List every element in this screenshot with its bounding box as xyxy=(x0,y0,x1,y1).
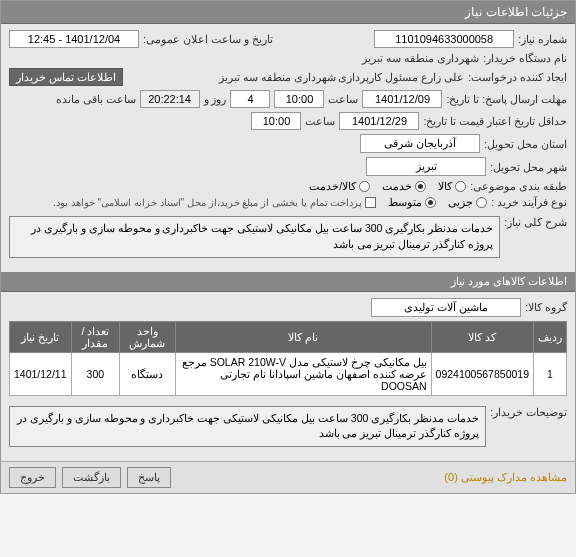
th-unit: واحد شمارش xyxy=(120,321,176,352)
cell-code: 0924100567850019 xyxy=(431,352,533,395)
radio-goods-label: کالا xyxy=(438,180,452,192)
attachments-link[interactable]: مشاهده مدارک پیوستی (0) xyxy=(444,471,567,484)
goods-table: ردیف کد کالا نام کالا واحد شمارش تعداد /… xyxy=(9,321,567,396)
radio-service[interactable] xyxy=(415,181,426,192)
radio-medium[interactable] xyxy=(425,197,436,208)
reply-deadline-label: مهلت ارسال پاسخ: تا تاریخ: xyxy=(446,93,567,105)
need-no-label: شماره نیاز: xyxy=(518,33,567,45)
validity-date: 1401/12/29 xyxy=(339,112,419,130)
th-idx: ردیف xyxy=(534,321,567,352)
cell-unit: دستگاه xyxy=(120,352,176,395)
buyer-notes-box: خدمات مدنظر بکارگیری 300 ساعت بیل مکانیک… xyxy=(9,406,486,448)
main-panel: جزئیات اطلاعات نیاز شماره نیاز: 11010946… xyxy=(0,0,576,494)
table-header-row: ردیف کد کالا نام کالا واحد شمارش تعداد /… xyxy=(10,321,567,352)
announce-value: 1401/12/04 - 12:45 xyxy=(9,30,139,48)
radio-both-label: کالا/خدمت xyxy=(309,180,356,192)
radio-medium-label: متوسط xyxy=(388,196,422,208)
reply-time: 10:00 xyxy=(274,90,324,108)
th-qty: تعداد / مقدار xyxy=(71,321,120,352)
validity-time: 10:00 xyxy=(251,112,301,130)
province-label: استان محل تحویل: xyxy=(484,138,567,150)
category-label: طبقه بندی موضوعی: xyxy=(470,180,567,192)
radio-service-label: خدمت xyxy=(382,180,412,192)
footer-bar: مشاهده مدارک پیوستی (0) پاسخ بازگشت خروج xyxy=(1,461,575,493)
cell-date: 1401/12/11 xyxy=(10,352,72,395)
cell-idx: 1 xyxy=(534,352,567,395)
table-row: 1 0924100567850019 بیل مکانیکی چرخ لاستی… xyxy=(10,352,567,395)
goods-header: اطلاعات کالاهای مورد نیاز xyxy=(1,272,575,292)
radio-both[interactable] xyxy=(359,181,370,192)
form-area: شماره نیاز: 1101094633000058 تاریخ و ساع… xyxy=(1,24,575,272)
days-value: 4 xyxy=(230,90,270,108)
panel-header: جزئیات اطلاعات نیاز xyxy=(1,1,575,24)
process-label: نوع فرآیند خرید : xyxy=(491,196,567,208)
checkbox-treasury[interactable] xyxy=(365,197,376,208)
desc-label: شرح کلی نیاز: xyxy=(504,212,567,228)
cell-name: بیل مکانیکی چرخ لاستیکی مدل SOLAR 210W-V… xyxy=(175,352,431,395)
treasury-label: پرداخت تمام یا بخشی از مبلغ خرید،از محل … xyxy=(53,197,362,208)
province-value: آذربایجان شرقی xyxy=(360,134,480,153)
th-date: تاریخ نیاز xyxy=(10,321,72,352)
time-label-2: ساعت xyxy=(305,115,335,127)
th-name: نام کالا xyxy=(175,321,431,352)
need-no-value: 1101094633000058 xyxy=(374,30,514,48)
cell-qty: 300 xyxy=(71,352,120,395)
buyer-org-value: شهرداری منطقه سه تبریز xyxy=(362,52,479,64)
requester-label: ایجاد کننده درخواست: xyxy=(468,71,567,83)
group-label: گروه کالا: xyxy=(525,301,567,313)
contact-buyer-button[interactable]: اطلاعات تماس خریدار xyxy=(9,68,123,86)
radio-small[interactable] xyxy=(476,197,487,208)
requester-value: علی زارع مسئول کارپردازی شهرداری منطقه س… xyxy=(219,71,464,83)
city-label: شهر محل تحویل: xyxy=(490,161,567,173)
radio-small-label: جزیی xyxy=(448,196,473,208)
reply-button[interactable]: پاسخ xyxy=(127,467,171,488)
group-value: ماشین آلات تولیدی xyxy=(371,298,521,317)
days-and-label: روز و xyxy=(204,93,227,105)
validity-label: حداقل تاریخ اعتبار قیمت تا تاریخ: xyxy=(423,115,567,127)
category-radio-group: کالا خدمت کالا/خدمت xyxy=(309,180,466,192)
th-code: کد کالا xyxy=(431,321,533,352)
time-label-1: ساعت xyxy=(328,93,358,105)
countdown-value: 20:22:14 xyxy=(140,90,200,108)
buyer-notes-label: توضیحات خریدار: xyxy=(490,402,567,418)
announce-label: تاریخ و ساعت اعلان عمومی: xyxy=(143,33,273,45)
reply-date: 1401/12/09 xyxy=(362,90,442,108)
process-radio-group: جزیی متوسط پرداخت تمام یا بخشی از مبلغ خ… xyxy=(53,196,487,208)
city-value: تبریز xyxy=(366,157,486,176)
desc-box: خدمات مدنظر بکارگیری 300 ساعت بیل مکانیک… xyxy=(9,216,500,258)
remaining-label: ساعت باقی مانده xyxy=(56,93,136,105)
exit-button[interactable]: خروج xyxy=(9,467,56,488)
radio-goods[interactable] xyxy=(455,181,466,192)
back-button[interactable]: بازگشت xyxy=(62,467,121,488)
buyer-org-label: نام دستگاه خریدار: xyxy=(483,52,567,64)
